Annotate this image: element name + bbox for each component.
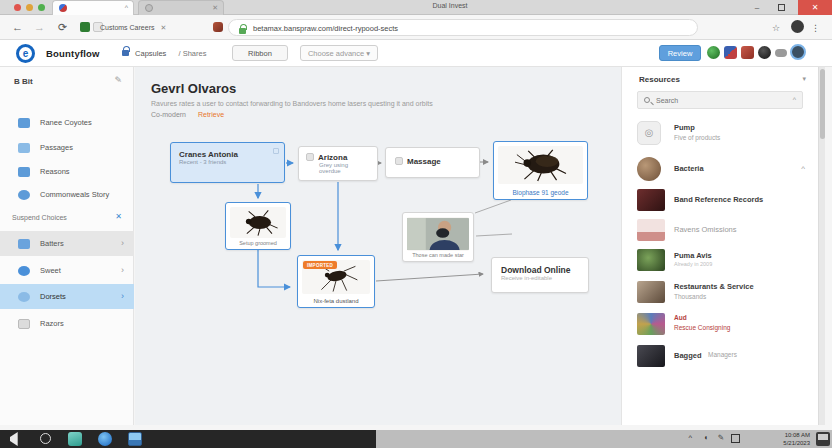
sort-icon[interactable]: ▾ (802, 75, 806, 83)
bookmark-star-icon[interactable]: ☆ (772, 20, 780, 36)
node-beetle-right[interactable]: Biophase 91 geode (493, 141, 588, 200)
mac-zoom-icon[interactable] (38, 4, 45, 11)
diagram-canvas[interactable]: Gevrl Olvaros Ravures rates a user to co… (135, 67, 621, 425)
disc-icon (18, 292, 30, 302)
close-button[interactable]: ✕ (798, 0, 832, 15)
resource-item-aud[interactable]: Aud Rescue Consigning (622, 311, 819, 341)
resource-item-restaurants[interactable]: Restaurants & Service Thousands (622, 279, 819, 309)
sidebar-item-commonweals[interactable]: Commonweals Story (0, 183, 134, 207)
address-bar[interactable]: betamax.banspraw.com/direct-rypood-sects (228, 19, 698, 36)
tray-display-icon[interactable] (731, 434, 740, 443)
sidebar-item-batters[interactable]: Batters › (0, 231, 134, 256)
tray-volume-icon[interactable]: ◖ (703, 433, 708, 442)
notification-center-icon[interactable] (816, 432, 830, 446)
mac-close-icon[interactable] (14, 4, 21, 11)
bookmark-chip[interactable]: Customs Careers ✕ (100, 21, 166, 34)
tray-chevron-icon[interactable]: ^ (688, 433, 692, 442)
extension-blue-red-icon[interactable] (724, 46, 737, 59)
scrollbar-thumb[interactable] (820, 69, 825, 139)
section-close-icon[interactable]: ✕ (115, 212, 122, 221)
nav-primary-label[interactable]: Capsules (135, 49, 166, 58)
app-logo[interactable]: e (16, 44, 35, 63)
sidebar-item-dorsets-selected[interactable]: Dorsets › (0, 284, 134, 309)
search-box[interactable]: ^ (637, 91, 803, 109)
review-button[interactable]: Review (659, 45, 701, 61)
extension-pill-icon[interactable] (775, 49, 787, 57)
extension-icon[interactable] (80, 22, 90, 32)
mac-minimize-icon[interactable] (26, 4, 33, 11)
search-circle-icon[interactable] (40, 433, 51, 444)
node-photo[interactable]: Those can made star (402, 212, 474, 262)
tab-close-icon[interactable]: ✕ (212, 3, 218, 13)
taskbar-clock[interactable]: 10:08 AM 5/21/2023 (764, 431, 810, 447)
minimize-button[interactable]: – (746, 0, 768, 15)
folder-app-icon[interactable] (68, 432, 82, 446)
forward-button[interactable]: → (34, 19, 45, 35)
account-avatar[interactable] (790, 44, 806, 60)
maximize-button[interactable] (770, 0, 792, 15)
extension-icon[interactable] (213, 22, 223, 32)
resource-item-bagged[interactable]: Bagged Managers (622, 343, 819, 371)
search-input[interactable] (656, 94, 776, 107)
extension-red-icon[interactable] (741, 46, 754, 59)
tab-caret-icon[interactable]: ^ (125, 3, 128, 13)
node-caption: Setup groomed (226, 240, 290, 246)
folder-icon (18, 167, 30, 177)
node-subtitle: Recent - 3 friends (179, 159, 276, 165)
browser-app-icon[interactable] (98, 432, 112, 446)
choose-dropdown[interactable]: Choose advance ▾ (300, 45, 378, 61)
nav-secondary-label[interactable]: / Shares (178, 49, 206, 58)
search-filter-icon[interactable]: ^ (793, 96, 796, 103)
node-title: Cranes Antonia (179, 150, 276, 159)
node-download[interactable]: Download Online Receive in-editable (491, 257, 589, 293)
node-subtitle: Receive in-editable (501, 275, 579, 281)
resource-item-band-records[interactable]: Band Reference Records (622, 187, 819, 215)
browser-tab-active[interactable]: ^ (52, 0, 134, 15)
node-caption[interactable]: Biophase 91 geode (494, 189, 587, 196)
resource-item-pump[interactable]: ◎ Pump Five of products (622, 119, 819, 153)
scrollbar[interactable] (818, 67, 825, 425)
clock-date: 5/21/2023 (764, 439, 810, 447)
tray-pen-icon[interactable]: ✎ (718, 433, 724, 442)
node-beetle-left[interactable]: Setup groomed (225, 202, 291, 250)
sidebar-item-label: Sweet (40, 266, 61, 275)
node-mosquito[interactable]: IMPORTED Nix-feta dustland (297, 255, 375, 308)
resource-item-bacteria[interactable]: Bacteria ^ (622, 155, 819, 185)
resource-subtitle: Rescue Consigning (674, 324, 730, 331)
node-massage[interactable]: Massage (385, 147, 480, 178)
node-start[interactable]: Cranes Antonia Recent - 3 friends (170, 142, 285, 183)
edit-icon[interactable]: ✎ (114, 75, 122, 85)
back-button[interactable]: ← (12, 19, 23, 35)
tab-favicon (145, 4, 153, 12)
section-title: Suspend Choices (12, 214, 67, 221)
thumbnail (637, 189, 665, 211)
browser-tab-inactive[interactable]: ✕ (138, 0, 224, 15)
sidebar-item-label: Passages (40, 143, 73, 152)
browser-menu-icon[interactable]: ⋮ (811, 20, 820, 36)
resource-item-puma[interactable]: Puma Avis Already in 2009 (622, 247, 819, 275)
chevron-up-icon[interactable]: ^ (801, 164, 805, 173)
nav-breadcrumb[interactable]: Capsules / Shares (122, 49, 206, 58)
reload-button[interactable]: ⟳ (58, 19, 67, 35)
ribbon-button[interactable]: Ribbon (232, 45, 288, 61)
sidebar-item-sweet[interactable]: Sweet › (0, 258, 134, 283)
sidebar-item-label: Commonweals Story (40, 190, 109, 199)
browser-profile-avatar[interactable] (791, 20, 804, 33)
extension-green-icon[interactable] (707, 46, 720, 59)
sidebar-item-ranee-coyotes[interactable]: Ranee Coyotes (0, 111, 134, 135)
chip-close-icon[interactable]: ✕ (160, 24, 166, 31)
sidebar-item-passages[interactable]: Passages (0, 136, 134, 160)
url-text[interactable]: betamax.banspraw.com/direct-rypood-sects (253, 24, 398, 33)
sidebar-item-reasons[interactable]: Reasons (0, 160, 134, 184)
resource-subtitle: Five of products (674, 134, 720, 141)
sidebar-section-header: Suspend Choices ✕ (0, 209, 134, 227)
resource-subtitle: Managers (708, 351, 737, 358)
resource-title: Restaurants & Service (674, 282, 754, 291)
photos-app-icon[interactable] (128, 432, 142, 446)
sidebar-item-razors[interactable]: Razors (0, 311, 134, 336)
thumbnail (637, 313, 665, 335)
extension-dark-icon[interactable] (758, 46, 771, 59)
resource-item-ravens[interactable]: Ravens Omissions (622, 217, 819, 243)
megaphone-icon[interactable] (10, 432, 24, 446)
node-arizona[interactable]: Arizona Grey using overdue (298, 146, 378, 181)
